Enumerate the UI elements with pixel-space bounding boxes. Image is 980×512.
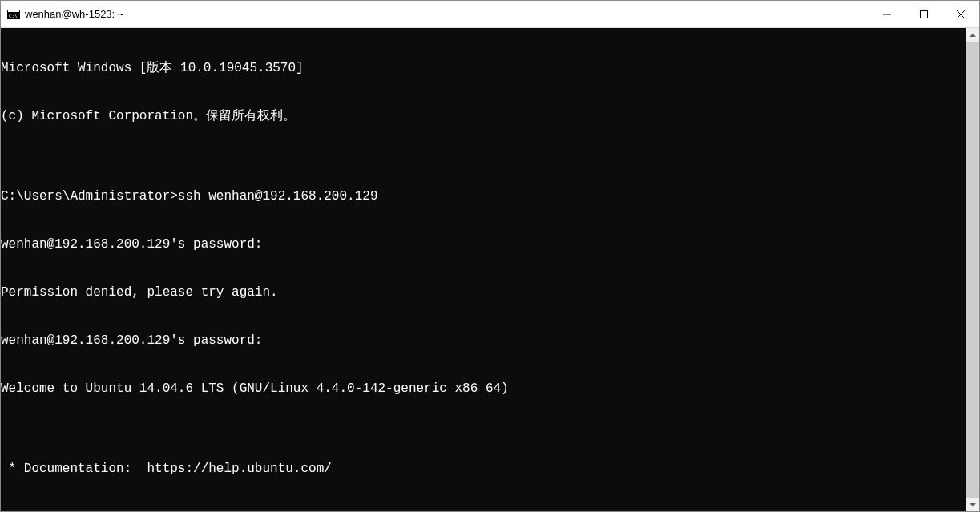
terminal-line: Microsoft Windows [版本 10.0.19045.3570]	[1, 60, 966, 76]
terminal-output[interactable]: Microsoft Windows [版本 10.0.19045.3570] (…	[1, 28, 966, 511]
svg-marker-7	[970, 34, 976, 37]
terminal-line: (c) Microsoft Corporation。保留所有权利。	[1, 108, 966, 124]
svg-marker-8	[970, 503, 976, 506]
terminal-line: C:\Users\Administrator>ssh wenhan@192.16…	[1, 188, 966, 204]
minimize-button[interactable]	[869, 1, 905, 27]
scroll-down-button[interactable]	[966, 498, 979, 511]
close-button[interactable]	[942, 1, 979, 27]
terminal-line: * Documentation: https://help.ubuntu.com…	[1, 461, 966, 477]
scroll-up-button[interactable]	[966, 28, 979, 42]
svg-rect-4	[921, 10, 928, 18]
scroll-track[interactable]	[966, 42, 979, 498]
terminal-line: Permission denied, please try again.	[1, 284, 966, 300]
window-title: wenhan@wh-1523: ~	[25, 8, 869, 20]
window-titlebar[interactable]: C:\ wenhan@wh-1523: ~	[1, 1, 979, 28]
terminal-line: wenhan@192.168.200.129's password:	[1, 236, 966, 252]
svg-text:C:\: C:\	[9, 13, 18, 18]
terminal-line: wenhan@192.168.200.129's password:	[1, 333, 966, 349]
vertical-scrollbar[interactable]	[966, 28, 979, 511]
svg-rect-1	[8, 10, 19, 12]
terminal-line: Welcome to Ubuntu 14.04.6 LTS (GNU/Linux…	[1, 381, 966, 397]
window-controls	[869, 1, 979, 27]
app-icon: C:\	[7, 8, 20, 21]
maximize-button[interactable]	[905, 1, 942, 27]
scroll-thumb[interactable]	[966, 42, 979, 498]
